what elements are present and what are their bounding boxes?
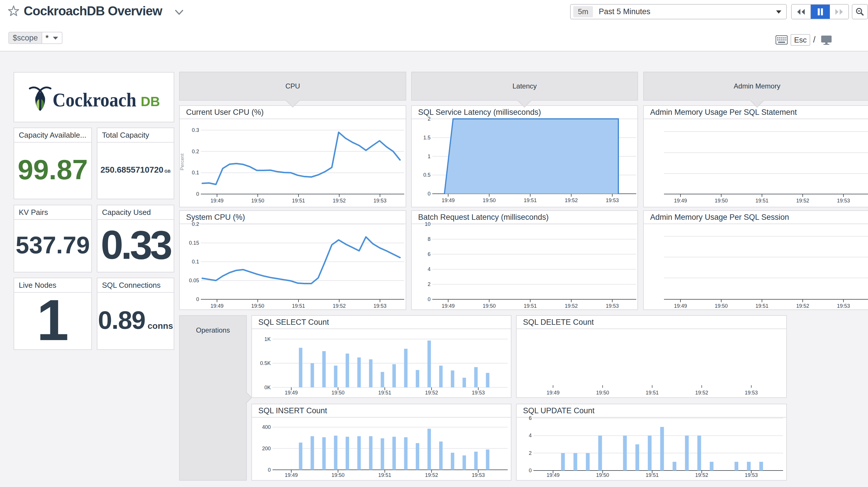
svg-text:0.5: 0.5 — [423, 172, 431, 178]
svg-text:19:52: 19:52 — [796, 198, 809, 204]
svg-text:19:50: 19:50 — [596, 390, 609, 396]
svg-text:19:50: 19:50 — [596, 472, 609, 478]
svg-text:0.5K: 0.5K — [260, 360, 271, 366]
svg-text:2: 2 — [428, 116, 431, 122]
svg-text:19:52: 19:52 — [333, 303, 346, 309]
svg-text:0: 0 — [196, 296, 199, 302]
svg-text:19:51: 19:51 — [755, 198, 768, 204]
svg-text:10: 10 — [425, 221, 431, 227]
svg-text:DB: DB — [141, 94, 160, 109]
svg-text:0: 0 — [268, 467, 271, 473]
svg-text:19:53: 19:53 — [606, 198, 619, 203]
svg-text:6: 6 — [529, 415, 532, 421]
svg-text:19:51: 19:51 — [755, 303, 768, 309]
svg-text:19:52: 19:52 — [695, 472, 708, 478]
svg-text:0.2: 0.2 — [192, 221, 199, 227]
svg-text:0.3: 0.3 — [192, 127, 199, 133]
svg-text:19:52: 19:52 — [695, 390, 708, 396]
svg-text:19:50: 19:50 — [483, 198, 496, 203]
svg-text:19:52: 19:52 — [565, 303, 578, 309]
svg-text:Percent: Percent — [180, 153, 185, 170]
svg-text:0.1: 0.1 — [192, 259, 199, 265]
svg-text:19:53: 19:53 — [472, 472, 485, 478]
svg-text:0: 0 — [529, 468, 532, 474]
svg-text:19:50: 19:50 — [715, 303, 727, 309]
svg-text:19:50: 19:50 — [332, 390, 344, 396]
svg-text:19:49: 19:49 — [441, 303, 455, 309]
svg-text:2: 2 — [529, 450, 532, 456]
svg-text:0K: 0K — [265, 384, 271, 391]
svg-text:19:52: 19:52 — [565, 198, 578, 203]
svg-text:0: 0 — [428, 191, 431, 197]
svg-text:19:49: 19:49 — [547, 390, 559, 396]
svg-text:19:53: 19:53 — [837, 303, 850, 309]
svg-text:19:51: 19:51 — [292, 303, 305, 309]
svg-text:19:49: 19:49 — [285, 472, 298, 478]
svg-text:19:50: 19:50 — [251, 303, 264, 309]
svg-text:1K: 1K — [265, 336, 271, 342]
svg-text:19:53: 19:53 — [745, 472, 757, 478]
svg-text:0: 0 — [428, 296, 431, 302]
svg-text:8: 8 — [428, 236, 431, 242]
svg-text:0.1: 0.1 — [192, 170, 199, 175]
svg-text:200: 200 — [262, 446, 271, 452]
svg-text:19:51: 19:51 — [646, 472, 658, 478]
svg-text:19:49: 19:49 — [285, 390, 298, 396]
svg-text:19:51: 19:51 — [378, 390, 391, 396]
svg-text:400: 400 — [262, 424, 271, 430]
svg-text:0.15: 0.15 — [189, 240, 199, 246]
svg-text:19:49: 19:49 — [547, 472, 559, 478]
svg-text:Cockroach: Cockroach — [53, 89, 136, 111]
svg-text:19:51: 19:51 — [646, 390, 658, 396]
svg-text:2: 2 — [428, 281, 431, 287]
svg-text:19:53: 19:53 — [373, 198, 386, 204]
svg-text:4: 4 — [428, 266, 431, 272]
svg-text:19:49: 19:49 — [210, 198, 223, 204]
svg-text:19:49: 19:49 — [210, 303, 223, 309]
svg-text:19:53: 19:53 — [837, 198, 850, 204]
svg-text:1.5: 1.5 — [423, 135, 431, 141]
svg-text:19:52: 19:52 — [796, 303, 809, 309]
svg-text:0: 0 — [196, 191, 199, 197]
svg-text:19:49: 19:49 — [674, 198, 687, 204]
svg-text:19:50: 19:50 — [483, 303, 496, 309]
svg-text:19:53: 19:53 — [373, 303, 386, 309]
svg-text:19:52: 19:52 — [425, 472, 438, 478]
svg-text:19:52: 19:52 — [333, 198, 346, 204]
svg-text:1: 1 — [428, 153, 431, 159]
svg-text:0.05: 0.05 — [189, 278, 199, 283]
svg-text:19:50: 19:50 — [251, 198, 264, 204]
svg-text:19:50: 19:50 — [715, 198, 727, 204]
svg-text:0.2: 0.2 — [192, 149, 199, 154]
svg-text:19:51: 19:51 — [524, 303, 536, 309]
svg-text:19:49: 19:49 — [441, 198, 455, 203]
svg-text:19:51: 19:51 — [292, 198, 305, 204]
svg-text:19:51: 19:51 — [524, 198, 536, 203]
svg-text:19:49: 19:49 — [674, 303, 687, 309]
svg-text:19:53: 19:53 — [606, 303, 619, 309]
svg-text:19:51: 19:51 — [378, 472, 391, 478]
svg-text:19:52: 19:52 — [425, 390, 438, 396]
svg-text:19:50: 19:50 — [332, 472, 344, 478]
svg-text:6: 6 — [428, 251, 431, 257]
svg-text:19:53: 19:53 — [472, 390, 485, 396]
svg-text:19:53: 19:53 — [745, 390, 757, 396]
svg-text:4: 4 — [529, 433, 532, 438]
